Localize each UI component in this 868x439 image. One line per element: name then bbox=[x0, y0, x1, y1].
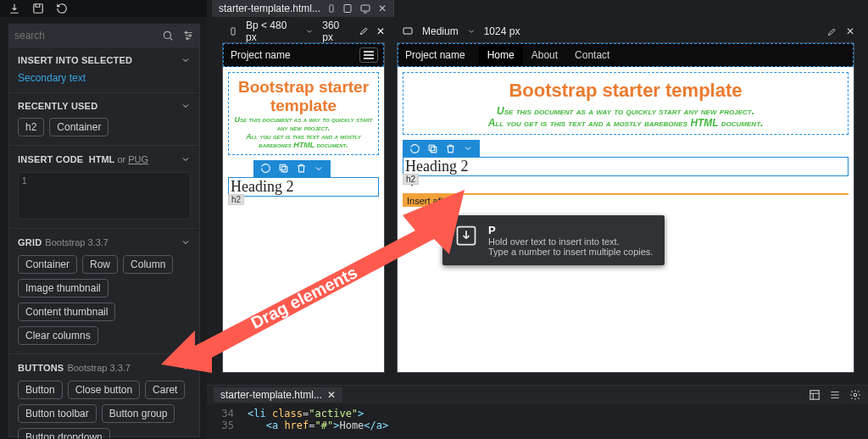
insert-after-chip: Insert after bbox=[403, 195, 456, 207]
insert-line bbox=[403, 193, 849, 195]
nav-home[interactable]: Home bbox=[479, 44, 523, 66]
mobile-icon bbox=[229, 25, 237, 37]
file-tab[interactable]: starter-template.html... ✕ bbox=[212, 0, 394, 17]
gear-icon[interactable] bbox=[849, 389, 861, 401]
nav-contact[interactable]: Contact bbox=[566, 44, 618, 66]
device-width: 1024 px bbox=[484, 25, 520, 37]
hamburger-icon[interactable] bbox=[359, 47, 378, 63]
lead-text-1[interactable]: Use this document as a way to quickly st… bbox=[234, 115, 373, 132]
duplicate-icon[interactable] bbox=[427, 143, 438, 154]
svg-rect-10 bbox=[281, 167, 287, 173]
tag-badge: h2 bbox=[403, 174, 419, 185]
chevron-down-icon[interactable] bbox=[181, 101, 191, 111]
close-icon[interactable]: ✕ bbox=[327, 389, 336, 401]
code-tab-label: starter-template.html... bbox=[220, 389, 322, 401]
section-recent: RECENTLY USED h2 Container bbox=[9, 92, 199, 145]
device-bar-medium: Medium 1024 px bbox=[395, 22, 853, 41]
chevron-down-icon[interactable] bbox=[314, 164, 324, 174]
settings-icon[interactable] bbox=[182, 30, 194, 42]
h2-element[interactable]: Heading 2 bbox=[403, 157, 849, 176]
chip-column[interactable]: Column bbox=[123, 255, 173, 274]
chevron-down-icon[interactable] bbox=[305, 27, 314, 36]
undo-icon[interactable] bbox=[56, 3, 68, 14]
chevron-down-icon[interactable] bbox=[463, 143, 473, 153]
h2-element[interactable]: Heading 2 bbox=[228, 177, 379, 197]
lead-text-1[interactable]: Use this document as a way to quickly st… bbox=[409, 105, 843, 117]
nav-brand[interactable]: Project name bbox=[405, 49, 465, 61]
trash-icon[interactable] bbox=[445, 143, 456, 154]
trash-icon[interactable] bbox=[296, 163, 307, 174]
insert-into-title: INSERT INTO SELECTED bbox=[18, 55, 132, 65]
bs-navbar: Project name Home About Contact bbox=[398, 43, 854, 67]
chevron-down-icon[interactable] bbox=[181, 154, 191, 164]
section-insert-into: INSERT INTO SELECTED Secondary text bbox=[9, 47, 199, 92]
search-input[interactable] bbox=[14, 30, 157, 42]
insert-panel: INSERT INTO SELECTED Secondary text RECE… bbox=[8, 24, 200, 437]
code-panel-tools bbox=[809, 389, 861, 401]
chip-btn-dropdown[interactable]: Button dropdown bbox=[18, 428, 110, 439]
code-tab[interactable]: starter-template.html... ✕ bbox=[214, 387, 342, 403]
svg-rect-9 bbox=[403, 28, 412, 34]
canvas-area: starter-template.html... ✕ Bp < 480 px 3… bbox=[207, 0, 868, 439]
import-icon[interactable] bbox=[8, 3, 20, 14]
preview-mobile[interactable]: Project name Bootstrap starter template … bbox=[222, 42, 385, 373]
refresh-icon[interactable] bbox=[260, 163, 271, 174]
chip-button[interactable]: Button bbox=[18, 381, 63, 399]
secondary-text-link[interactable]: Secondary text bbox=[18, 72, 86, 84]
selected-element[interactable]: Heading 2 h2 bbox=[228, 160, 379, 197]
search-icon[interactable] bbox=[162, 30, 174, 42]
edit-icon[interactable] bbox=[827, 26, 837, 36]
chevron-down-icon[interactable] bbox=[181, 237, 191, 247]
container-outline: Bootstrap starter template Use this docu… bbox=[403, 72, 849, 135]
code-editor[interactable]: 1 bbox=[18, 172, 191, 220]
chip-container[interactable]: Container bbox=[49, 118, 108, 136]
breakpoint-label[interactable]: Medium bbox=[422, 25, 459, 37]
lead-text-2[interactable]: All you get is this text and a mostly ba… bbox=[409, 117, 843, 129]
chip-content-thumb[interactable]: Content thumbnail bbox=[18, 303, 115, 321]
breakpoint-label[interactable]: Bp < 480 px bbox=[246, 19, 297, 43]
close-icon[interactable]: ✕ bbox=[378, 3, 387, 14]
desktop-icon bbox=[359, 3, 371, 14]
nav-links: Home About Contact bbox=[479, 44, 619, 66]
file-tab-label: starter-template.html... bbox=[219, 3, 320, 14]
page-title[interactable]: Bootstrap starter template bbox=[409, 80, 843, 102]
insert-element-icon bbox=[454, 224, 478, 247]
chevron-down-icon[interactable] bbox=[467, 27, 476, 36]
preview-medium[interactable]: Project name Home About Contact Bootstra… bbox=[397, 42, 854, 373]
svg-rect-15 bbox=[810, 391, 820, 400]
tooltip-tag: P bbox=[488, 224, 653, 236]
chip-row[interactable]: Row bbox=[82, 255, 118, 274]
page-title[interactable]: Bootstrap starter template bbox=[234, 78, 373, 115]
code-area[interactable]: 34<li class="active"> 35 <a href="#">Hom… bbox=[207, 404, 868, 435]
chip-close-button[interactable]: Close button bbox=[68, 381, 140, 399]
edit-icon[interactable] bbox=[359, 25, 370, 37]
insert-code-title: INSERT CODE HTML or PUG bbox=[18, 153, 148, 165]
device-width: 360 px bbox=[322, 19, 351, 43]
svg-rect-11 bbox=[280, 164, 286, 170]
duplicate-icon[interactable] bbox=[278, 163, 289, 174]
chevron-down-icon[interactable] bbox=[181, 55, 191, 65]
refresh-icon[interactable] bbox=[409, 143, 420, 154]
selected-element[interactable]: Heading 2 h2 ✛ bbox=[403, 140, 849, 188]
chip-clear-cols[interactable]: Clear columns bbox=[18, 326, 98, 345]
chip-h2[interactable]: h2 bbox=[18, 118, 44, 136]
chevron-down-icon[interactable] bbox=[181, 363, 191, 373]
chip-btn-toolbar[interactable]: Button toolbar bbox=[18, 404, 97, 423]
svg-point-16 bbox=[854, 393, 857, 397]
chip-caret[interactable]: Caret bbox=[145, 381, 185, 399]
nav-about[interactable]: About bbox=[523, 44, 566, 66]
svg-rect-8 bbox=[231, 28, 235, 35]
layout-icon[interactable] bbox=[809, 389, 821, 401]
chip-img-thumb[interactable]: Image thumbnail bbox=[18, 279, 108, 297]
close-icon[interactable]: ✕ bbox=[846, 25, 854, 37]
lead-text-2[interactable]: All you get is this text and a mostly ba… bbox=[234, 132, 373, 149]
tooltip-line1: Hold over text to insert into text. bbox=[488, 236, 653, 247]
nav-brand[interactable]: Project name bbox=[231, 49, 291, 61]
grid-title: GRID bbox=[18, 237, 42, 247]
chip-btn-group[interactable]: Button group bbox=[102, 404, 175, 423]
close-icon[interactable]: ✕ bbox=[376, 25, 385, 37]
chip-container[interactable]: Container bbox=[18, 255, 77, 274]
svg-rect-6 bbox=[344, 5, 351, 13]
save-icon[interactable] bbox=[32, 3, 44, 14]
list-icon[interactable] bbox=[829, 389, 841, 401]
